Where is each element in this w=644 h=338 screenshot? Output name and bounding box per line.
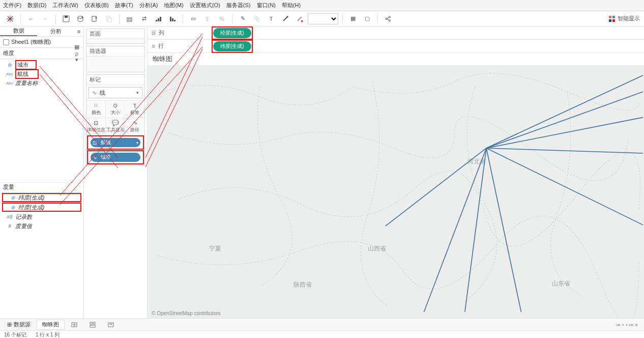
tab-analytics[interactable]: 分析 bbox=[37, 26, 74, 36]
columns-icon: iii bbox=[152, 30, 156, 37]
format-button[interactable] bbox=[279, 13, 291, 25]
datasource-icon bbox=[3, 39, 9, 45]
menu-worksheet[interactable]: 工作表(W) bbox=[52, 2, 78, 9]
detail-encode-icon: ⊡ bbox=[93, 140, 97, 146]
svg-line-36 bbox=[486, 118, 643, 148]
measures-header: 度量 bbox=[0, 182, 83, 191]
new-datasource-button[interactable] bbox=[74, 13, 86, 25]
pages-card-body[interactable] bbox=[86, 39, 144, 43]
menu-file[interactable]: 文件(F) bbox=[3, 2, 21, 9]
swap-button[interactable]: ⇄ bbox=[138, 13, 150, 25]
data-pane: 数据 分析 ≡ Sheet1 (蜘蛛图) 维度 ▦ ρ ▾ ⊕ 城市 Abc 航… bbox=[0, 26, 84, 318]
pin-button[interactable]: 📎 bbox=[251, 13, 263, 25]
new-worksheet-button[interactable] bbox=[89, 13, 101, 25]
totals-button[interactable]: Σ bbox=[201, 13, 214, 25]
clear-button[interactable] bbox=[124, 13, 136, 25]
filters-card-body[interactable] bbox=[86, 57, 144, 72]
status-marks: 16 个标记 bbox=[4, 331, 26, 339]
rows-shelf[interactable]: ≡行 纬度(生成) bbox=[148, 40, 644, 53]
menu-data[interactable]: 数据(D) bbox=[27, 2, 46, 9]
measure-lng[interactable]: ⊕ 经度(生成) bbox=[2, 203, 81, 212]
svg-rect-14 bbox=[127, 18, 132, 21]
fit-selector[interactable] bbox=[308, 13, 338, 24]
new-story-tab[interactable] bbox=[102, 320, 120, 330]
svg-rect-18 bbox=[158, 18, 159, 21]
menu-server[interactable]: 服务器(S) bbox=[226, 2, 251, 9]
datasource-tab-label: 数据源 bbox=[14, 321, 31, 328]
measure-record-count[interactable]: =# 记录数 bbox=[0, 212, 83, 221]
data-pane-menu-icon[interactable]: ≡ bbox=[74, 26, 83, 36]
rows-pill[interactable]: 纬度(生成) bbox=[213, 41, 251, 51]
menu-map[interactable]: 地图(M) bbox=[164, 2, 184, 9]
sort-asc-button[interactable] bbox=[152, 13, 164, 25]
svg-rect-21 bbox=[172, 18, 173, 21]
map-svg: 宁夏 山西省 陕西省 河北省 山东省 bbox=[148, 65, 644, 318]
menu-help[interactable]: 帮助(H) bbox=[282, 2, 301, 9]
dimension-route[interactable]: Abc 航线 bbox=[0, 69, 83, 78]
filters-card: 筛选器 bbox=[86, 46, 145, 72]
bottom-tabs: ⊞ 数据源 蜘蛛图 ⏮ ◀ ▶ ⏭ ▦ bbox=[0, 318, 644, 330]
clear-highlight-button[interactable] bbox=[294, 13, 306, 25]
presentation-button[interactable]: ▢ bbox=[361, 13, 373, 25]
svg-line-35 bbox=[486, 92, 643, 148]
menu-format[interactable]: 设置格式(O) bbox=[190, 2, 220, 9]
sheet-tab[interactable]: 蜘蛛图 bbox=[37, 320, 65, 330]
toolbar: ← → ⇄ ▭ Σ % ✎ 📎 T ▦ ▢ 智能显示 bbox=[0, 11, 644, 26]
menu-story[interactable]: 故事(T) bbox=[115, 2, 133, 9]
dimension-measure-names[interactable]: Abc 度量名称 bbox=[0, 78, 83, 88]
abc-icon: Abc bbox=[6, 72, 13, 76]
menu-dashboard[interactable]: 仪表板(B) bbox=[84, 2, 109, 9]
columns-pill[interactable]: 经度(生成) bbox=[213, 28, 251, 38]
detail-icon: ⊡ bbox=[94, 120, 98, 126]
label-hebei: 河北省 bbox=[467, 158, 486, 165]
datasource-row[interactable]: Sheet1 (蜘蛛图) bbox=[0, 37, 83, 48]
highlight-button[interactable]: ✎ bbox=[237, 13, 249, 25]
measure-values[interactable]: # 度量值 bbox=[0, 221, 83, 231]
sort-desc-button[interactable] bbox=[166, 13, 179, 25]
smart-show-button[interactable]: 智能显示 bbox=[608, 15, 640, 22]
mark-tooltip[interactable]: 💬工具提示 bbox=[106, 118, 125, 135]
sheet-nav-icons[interactable]: ⏮ ◀ ▶ ⏭ ▦ bbox=[616, 322, 642, 327]
show-me-button[interactable]: ▦ bbox=[347, 13, 359, 25]
share-button[interactable] bbox=[382, 13, 394, 25]
marks-card: 标记 ∿ 线 ⁙颜色 ⊙大小 T标签 ⊡详细信息 💬工具提示 ∿路径 ⊡ 航线 … bbox=[86, 74, 145, 165]
svg-rect-56 bbox=[109, 324, 112, 325]
label-shanxi: 山西省 bbox=[368, 245, 386, 252]
mark-type-selector[interactable]: ∿ 线 bbox=[89, 87, 142, 98]
label-button[interactable]: T bbox=[265, 13, 277, 25]
measure-lat-label: 纬度(生成) bbox=[18, 194, 44, 202]
datasource-tab[interactable]: ⊞ 数据源 bbox=[2, 320, 36, 330]
new-worksheet-tab[interactable] bbox=[66, 320, 83, 330]
map-viz[interactable]: 宁夏 山西省 陕西省 河北省 山东省 bbox=[148, 65, 644, 318]
dimension-city[interactable]: ⊕ 城市 bbox=[0, 60, 83, 69]
forward-button[interactable]: → bbox=[39, 13, 51, 25]
encoding-route-pill[interactable]: ⊡ 航线 ▾ bbox=[91, 138, 140, 147]
menu-analysis[interactable]: 分析(A) bbox=[139, 2, 158, 9]
measure-lat[interactable]: ⊕ 纬度(生成) bbox=[2, 193, 81, 202]
viz-title[interactable]: 蜘蛛图 bbox=[148, 53, 644, 65]
tableau-logo-icon[interactable] bbox=[4, 13, 16, 25]
abc-icon: Abc bbox=[6, 81, 13, 86]
duplicate-button[interactable] bbox=[103, 13, 115, 25]
group-button[interactable]: ▭ bbox=[187, 13, 199, 25]
measure-record-count-label: 记录数 bbox=[15, 213, 32, 221]
save-button[interactable] bbox=[60, 13, 72, 25]
encoding-city-pill[interactable]: ∿ 城市 bbox=[91, 153, 140, 162]
datasource-tab-icon: ⊞ bbox=[7, 321, 12, 328]
percent-button[interactable]: % bbox=[216, 13, 228, 25]
globe-icon: ⊕ bbox=[9, 195, 16, 201]
view-pane: iii列 经度(生成) ≡行 纬度(生成) 蜘蛛图 bbox=[148, 26, 644, 318]
filters-card-title: 筛选器 bbox=[86, 46, 144, 57]
tab-data[interactable]: 数据 bbox=[0, 26, 37, 36]
mark-color[interactable]: ⁙颜色 bbox=[86, 100, 106, 118]
new-dashboard-tab[interactable] bbox=[84, 320, 101, 330]
mark-size[interactable]: ⊙大小 bbox=[106, 100, 125, 118]
menu-window[interactable]: 窗口(N) bbox=[257, 2, 276, 9]
back-button[interactable]: ← bbox=[25, 13, 37, 25]
svg-rect-20 bbox=[170, 17, 171, 21]
columns-shelf[interactable]: iii列 经度(生成) bbox=[148, 26, 644, 40]
mark-label[interactable]: T标签 bbox=[125, 100, 144, 118]
dimension-city-label: 城市 bbox=[15, 60, 37, 70]
mark-path[interactable]: ∿路径 bbox=[125, 118, 144, 135]
mark-detail[interactable]: ⊡详细信息 bbox=[86, 118, 106, 135]
